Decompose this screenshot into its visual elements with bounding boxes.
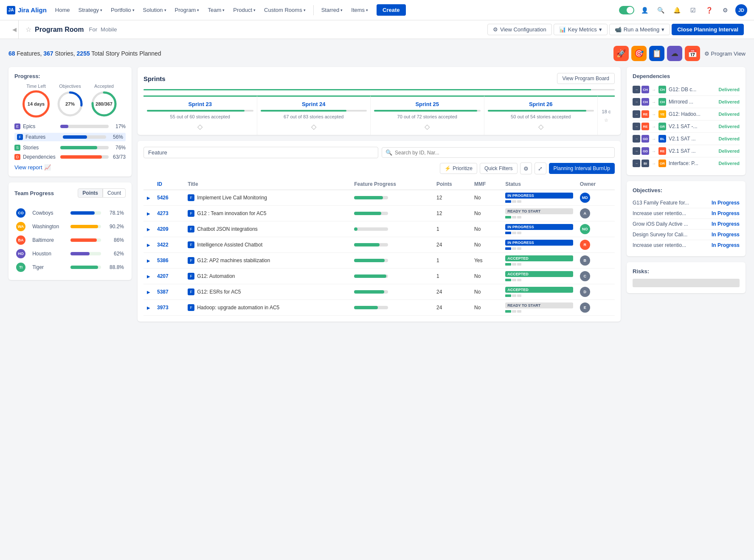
expand-icon[interactable]: ▶	[147, 196, 150, 200]
col-points[interactable]: Points	[433, 179, 471, 190]
row-id[interactable]: 5387	[154, 284, 184, 300]
program-view-link[interactable]: ⚙ Program View	[704, 50, 746, 57]
bell-icon[interactable]: 🔔	[671, 4, 683, 16]
row-expand[interactable]: ▶	[143, 253, 154, 269]
col-mmf[interactable]: MMF	[471, 179, 502, 190]
expand-icon[interactable]: ▶	[147, 227, 150, 232]
run-meeting-button[interactable]: 📹 Run a Meeting ▾	[609, 24, 670, 35]
feature-id-link[interactable]: 5386	[157, 258, 169, 263]
search-icon[interactable]: 🔍	[655, 4, 667, 16]
row-id[interactable]: 5386	[154, 253, 184, 269]
row-id[interactable]: 4207	[154, 269, 184, 284]
help-icon[interactable]: ❓	[703, 4, 715, 16]
row-expand[interactable]: ▶	[143, 300, 154, 316]
create-button[interactable]: Create	[377, 4, 405, 16]
quick-filters-button[interactable]: Quick Filters	[480, 163, 518, 174]
expand-icon[interactable]: ▶	[147, 211, 150, 216]
icon-badge-1[interactable]: 🚀	[613, 46, 629, 61]
col-owner[interactable]: Owner	[577, 179, 615, 190]
brand-logo[interactable]: JA Jira Align	[7, 6, 47, 14]
dep-name[interactable]: V2.1 SAT -...	[669, 123, 716, 129]
sprint-name[interactable]: Sprint 26	[488, 101, 594, 107]
nav-program[interactable]: Program ▾	[172, 7, 203, 13]
feature-id-link[interactable]: 4273	[157, 210, 169, 216]
planning-burnup-button[interactable]: Planning Interval BurnUp	[549, 163, 615, 174]
dep-name[interactable]: Mirrored ...	[669, 99, 716, 105]
sprint-name[interactable]: Sprint 24	[261, 101, 367, 107]
icon-badge-2[interactable]: 🎯	[631, 46, 647, 61]
settings-icon[interactable]: ⚙	[719, 4, 731, 16]
star-icon[interactable]: ☆	[25, 25, 31, 34]
col-progress[interactable]: Feature Progress	[351, 179, 433, 190]
row-expand[interactable]: ▶	[143, 206, 154, 221]
tab-points[interactable]: Points	[78, 188, 103, 198]
view-configuration-button[interactable]: ⚙ View Configuration	[487, 24, 552, 35]
sprint-icon[interactable]: ◇	[374, 123, 481, 131]
sprint-name[interactable]: Sprint 23	[147, 101, 253, 107]
sprint-icon[interactable]: ◇	[488, 123, 594, 131]
sprint-name[interactable]: Sprint 25	[374, 101, 481, 107]
nav-portfolio[interactable]: Portfolio ▾	[107, 7, 138, 13]
dep-name[interactable]: V2.1 SAT ...	[669, 148, 716, 154]
row-id[interactable]: 4273	[154, 206, 184, 221]
search-input[interactable]	[395, 150, 611, 156]
dep-name[interactable]: G12: Hadoo...	[669, 111, 716, 117]
key-metrics-button[interactable]: 📊 Key Metrics ▾	[554, 24, 608, 35]
objective-name[interactable]: Design Survey for Cali...	[633, 232, 708, 238]
row-id[interactable]: 3422	[154, 237, 184, 253]
toggle-switch[interactable]	[619, 6, 634, 14]
settings-btn[interactable]: ⚙	[520, 162, 532, 174]
col-status[interactable]: Status	[502, 179, 577, 190]
collapse-sidebar-button[interactable]: ◀	[10, 20, 19, 39]
icon-badge-3[interactable]: 📋	[649, 46, 664, 61]
view-report-link[interactable]: View report 📈	[14, 164, 126, 171]
col-id[interactable]: ID	[154, 179, 184, 190]
nav-custom-rooms[interactable]: Custom Rooms ▾	[261, 7, 309, 13]
row-id[interactable]: 4209	[154, 221, 184, 237]
expand-btn[interactable]: ⤢	[535, 162, 546, 174]
avatar-icon[interactable]: JD	[735, 4, 747, 16]
feature-id-link[interactable]: 3973	[157, 305, 169, 311]
expand-icon[interactable]: ▶	[147, 243, 150, 247]
nav-solution[interactable]: Solution ▾	[140, 7, 170, 13]
objective-name[interactable]: G13 Family Feature for...	[633, 200, 708, 206]
user-icon[interactable]: 👤	[639, 4, 650, 16]
nav-home[interactable]: Home	[52, 7, 73, 13]
prioritize-button[interactable]: ⚡ Prioritize	[440, 163, 477, 174]
objective-name[interactable]: Grow iOS Daily Active ...	[633, 221, 708, 227]
feature-id-link[interactable]: 3422	[157, 242, 169, 248]
row-expand[interactable]: ▶	[143, 284, 154, 300]
row-expand[interactable]: ▶	[143, 269, 154, 284]
objective-name[interactable]: Increase user retentio...	[633, 242, 708, 248]
feature-id-link[interactable]: 5426	[157, 195, 169, 201]
row-id[interactable]: 5426	[154, 190, 184, 206]
dep-name[interactable]: G12: DB c...	[669, 87, 716, 92]
nav-items[interactable]: Items ▾	[348, 7, 371, 13]
row-expand[interactable]: ▶	[143, 190, 154, 206]
nav-strategy[interactable]: Strategy ▾	[75, 7, 105, 13]
row-expand[interactable]: ▶	[143, 221, 154, 237]
icon-badge-4[interactable]: ☁	[667, 46, 682, 61]
nav-product[interactable]: Product ▾	[230, 7, 259, 13]
col-title[interactable]: Title	[184, 179, 351, 190]
expand-icon[interactable]: ▶	[147, 305, 150, 310]
objective-name[interactable]: Increase user retentio...	[633, 210, 708, 216]
icon-badge-5[interactable]: 📅	[685, 46, 700, 61]
dep-name[interactable]: Interface: P...	[669, 160, 716, 166]
sprint-icon[interactable]: ◇	[261, 123, 367, 131]
nav-team[interactable]: Team ▾	[204, 7, 228, 13]
sprint-icon[interactable]: ◇	[147, 123, 253, 131]
expand-icon[interactable]: ▶	[147, 258, 150, 263]
close-planning-interval-button[interactable]: Close Planning Interval	[672, 24, 744, 35]
expand-icon[interactable]: ▶	[147, 274, 150, 279]
row-id[interactable]: 3973	[154, 300, 184, 316]
feature-id-link[interactable]: 5387	[157, 289, 169, 295]
feature-type-select[interactable]: Feature	[143, 147, 378, 158]
row-expand[interactable]: ▶	[143, 237, 154, 253]
feature-id-link[interactable]: 4207	[157, 273, 169, 279]
expand-icon[interactable]: ▶	[147, 290, 150, 294]
feature-id-link[interactable]: 4209	[157, 226, 169, 232]
nav-starred[interactable]: Starred ▾	[318, 7, 346, 13]
view-program-board-button[interactable]: View Program Board	[557, 73, 615, 84]
dep-name[interactable]: V2.1 SAT ...	[669, 136, 716, 142]
